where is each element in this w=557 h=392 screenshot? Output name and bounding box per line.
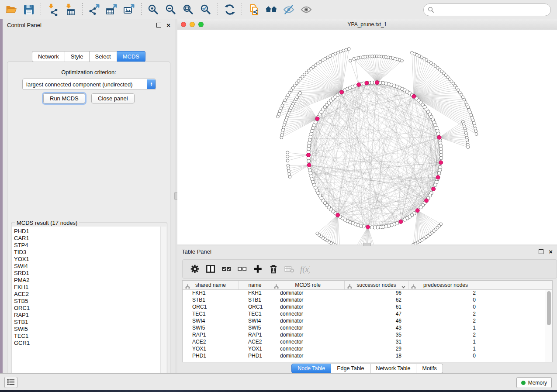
- mcds-result-item[interactable]: PMA2: [14, 277, 161, 284]
- mcds-result-item[interactable]: STP4: [14, 242, 161, 249]
- table-row[interactable]: TEC1TEC1connector472: [183, 311, 546, 318]
- column-header-shared-name[interactable]: shared name: [183, 281, 239, 289]
- zoom-fit-button[interactable]: [180, 1, 197, 18]
- deselect-all-button[interactable]: [234, 261, 250, 276]
- tab-edge-table[interactable]: Edge Table: [331, 364, 370, 373]
- hide-selected-button[interactable]: [280, 1, 298, 18]
- add-column-button[interactable]: [250, 261, 266, 276]
- save-session-button[interactable]: [20, 1, 38, 18]
- table-scrollbar-thumb[interactable]: [547, 291, 551, 325]
- table-settings-button[interactable]: [187, 261, 203, 276]
- close-panel-icon[interactable]: ×: [166, 22, 170, 28]
- cell-mcds-role: connector: [270, 311, 343, 318]
- tab-network-table[interactable]: Network Table: [370, 364, 417, 373]
- trash-icon: [268, 264, 279, 274]
- import-network-button[interactable]: [44, 1, 62, 18]
- memory-status-dot: [521, 381, 526, 385]
- mcds-result-item[interactable]: CAR1: [14, 235, 161, 242]
- sort-order-icon: [401, 282, 405, 290]
- tab-motifs[interactable]: Motifs: [416, 364, 443, 373]
- export-table-button[interactable]: [103, 1, 121, 18]
- export-network-button[interactable]: [86, 1, 103, 18]
- mcds-result-item[interactable]: ACE2: [14, 291, 161, 298]
- select-all-button[interactable]: [218, 261, 234, 276]
- mcds-result-item[interactable]: GCR1: [14, 340, 161, 347]
- column-header-MCDS-role[interactable]: MCDS role: [271, 281, 345, 289]
- export-image-button[interactable]: [121, 1, 138, 18]
- minimize-window-traffic-light[interactable]: [190, 22, 195, 27]
- column-header-name[interactable]: name: [239, 281, 271, 289]
- cell-predecessor-nodes: 1: [407, 325, 481, 332]
- refresh-layout-button[interactable]: [221, 1, 239, 18]
- network-graph: [177, 30, 557, 244]
- mcds-result-item[interactable]: TID3: [14, 249, 161, 256]
- table-row[interactable]: ORC1ORC1dominator610: [183, 304, 546, 311]
- close-panel-icon[interactable]: ×: [549, 248, 553, 255]
- search-box[interactable]: [423, 3, 551, 16]
- search-input[interactable]: [437, 6, 547, 14]
- cell-successor-nodes: 47: [343, 311, 407, 318]
- mcds-result-title: MCDS result (17 nodes): [15, 220, 79, 226]
- table-row[interactable]: PHD1PHD1dominator180: [183, 353, 546, 360]
- float-panel-icon[interactable]: [539, 249, 543, 254]
- open-file-button[interactable]: [3, 1, 20, 18]
- tab-mcds[interactable]: MCDS: [117, 51, 145, 62]
- cell-mcds-role: dominator: [270, 290, 343, 297]
- cell-shared-name: RAP1: [183, 332, 239, 339]
- cell-successor-nodes: 43: [343, 325, 407, 332]
- optimization-criterion-select[interactable]: largest connected component (undirected)…: [22, 79, 156, 90]
- close-window-traffic-light[interactable]: [181, 22, 186, 27]
- table-row[interactable]: SWI4SWI4dominator462: [183, 318, 546, 325]
- clone-network-button[interactable]: [245, 1, 263, 18]
- mcds-result-item[interactable]: TEC1: [14, 333, 161, 340]
- delete-column-button[interactable]: [266, 261, 281, 276]
- toolbar-group: [221, 1, 239, 18]
- table-row[interactable]: YOX1YOX1connector291: [183, 346, 546, 353]
- main-toolbar: [0, 0, 557, 20]
- table-scrollbar[interactable]: [546, 290, 552, 362]
- zoom-selected-button[interactable]: [197, 1, 214, 18]
- import-table-button[interactable]: [62, 1, 79, 18]
- table-row[interactable]: SWI5SWI5connector431: [183, 325, 546, 332]
- float-panel-icon[interactable]: [156, 23, 161, 28]
- mcds-list-scrollbar[interactable]: [160, 227, 166, 385]
- mcds-result-item[interactable]: STB1: [14, 319, 161, 326]
- mcds-result-item[interactable]: YOX1: [14, 256, 161, 263]
- table-row[interactable]: RAP1RAP1dominator352: [183, 332, 546, 339]
- gear-icon: [190, 264, 200, 274]
- mcds-result-item[interactable]: STB5: [14, 298, 161, 305]
- memory-button[interactable]: Memory: [516, 377, 552, 388]
- tab-style[interactable]: Style: [65, 51, 90, 62]
- mcds-result-item[interactable]: SRD1: [14, 270, 161, 277]
- mcds-result-item[interactable]: ORC1: [14, 305, 161, 312]
- run-mcds-button[interactable]: Run MCDS: [43, 93, 85, 103]
- first-neighbors-button[interactable]: [263, 1, 280, 18]
- mcds-result-item[interactable]: SWI5: [14, 326, 161, 333]
- panel-menu-button[interactable]: [4, 377, 17, 388]
- zoom-in-button[interactable]: [145, 1, 162, 18]
- table-panel-header: Table Panel ×: [177, 246, 557, 257]
- column-header-successor-nodes[interactable]: successor nodes: [345, 281, 408, 289]
- table-row[interactable]: FKH1FKH1dominator962: [183, 290, 546, 297]
- show-columns-button[interactable]: [203, 261, 218, 276]
- show-all-button[interactable]: [298, 1, 315, 18]
- mcds-result-item[interactable]: SWI4: [14, 263, 161, 270]
- tab-node-table[interactable]: Node Table: [291, 364, 331, 373]
- mcds-result-item[interactable]: PHD1: [14, 228, 161, 235]
- table-row[interactable]: STB1STB1dominator620: [183, 297, 546, 304]
- zoom-out-button[interactable]: [162, 1, 180, 18]
- export-table-icon: [105, 3, 118, 16]
- column-header-predecessor-nodes[interactable]: predecessor nodes: [408, 281, 483, 289]
- tab-select[interactable]: Select: [90, 51, 117, 62]
- tab-network[interactable]: Network: [32, 51, 65, 62]
- column-header-label: predecessor nodes: [423, 282, 468, 288]
- network-canvas[interactable]: [177, 30, 557, 244]
- mcds-result-item[interactable]: RAP1: [14, 312, 161, 319]
- close-panel-button[interactable]: Close panel: [91, 93, 135, 103]
- maximize-window-traffic-light[interactable]: [198, 22, 204, 27]
- table-row[interactable]: ACE2ACE2connector311: [183, 339, 546, 346]
- cell-shared-name: ORC1: [183, 304, 239, 311]
- cell-shared-name: TEC1: [183, 311, 239, 318]
- mcds-result-item[interactable]: FKH1: [14, 284, 161, 291]
- import-table-icon: [64, 3, 77, 16]
